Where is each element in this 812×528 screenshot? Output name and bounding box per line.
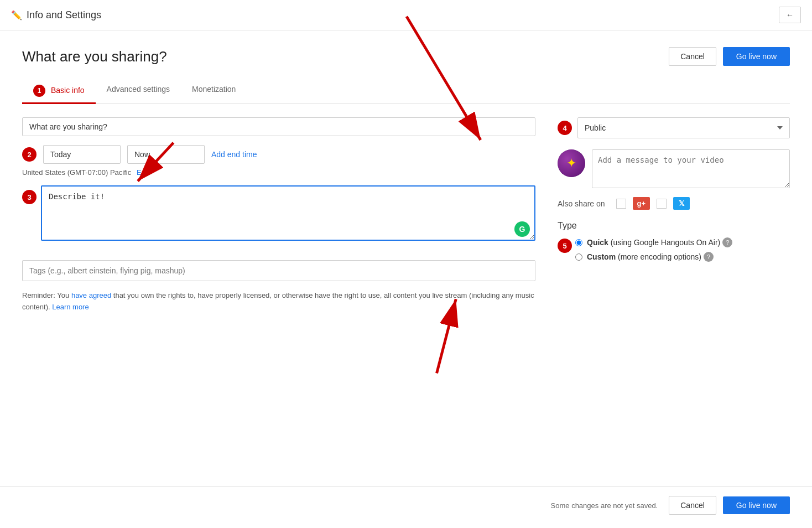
custom-type-row: Custom (more encoding options) ? bbox=[575, 252, 732, 262]
top-cancel-button[interactable]: Cancel bbox=[669, 47, 716, 66]
datetime-group: 2 Add end time United States (GMT-07:00)… bbox=[22, 145, 535, 177]
type-label: Type bbox=[558, 221, 790, 231]
date-input[interactable] bbox=[43, 145, 121, 164]
edit-timezone-link[interactable]: Edit bbox=[137, 168, 149, 177]
gplus-checkbox[interactable] bbox=[616, 199, 626, 209]
message-textarea[interactable] bbox=[592, 149, 790, 188]
tabs: 1 Basic info Advanced settings Monetizat… bbox=[22, 79, 790, 104]
quick-type-row: Quick (using Google Hangouts On Air) ? bbox=[575, 237, 732, 247]
title-group bbox=[22, 117, 535, 136]
right-column: 4 Public Unlisted Private ✦ bbox=[558, 117, 790, 313]
changes-text: Some changes are not yet saved. bbox=[551, 501, 658, 510]
quick-label: Quick (using Google Hangouts On Air) bbox=[587, 238, 720, 247]
learn-more-link[interactable]: Learn more bbox=[52, 303, 89, 311]
step-badge-3: 3 bbox=[22, 190, 37, 204]
top-go-live-button[interactable]: Go live now bbox=[723, 47, 790, 66]
header-left: ✏️ Info and Settings bbox=[11, 9, 101, 21]
visibility-select[interactable]: Public Unlisted Private bbox=[577, 117, 790, 138]
grammarly-icon: G bbox=[514, 221, 530, 237]
custom-label: Custom (more encoding options) bbox=[587, 252, 701, 261]
reminder-text: Reminder: You have agreed that you own t… bbox=[22, 290, 535, 313]
custom-help-icon[interactable]: ? bbox=[704, 252, 714, 262]
type-section: Type 5 Quick (using Google Hangouts On A… bbox=[558, 221, 790, 266]
custom-radio[interactable] bbox=[575, 253, 582, 261]
description-textarea[interactable]: Describe it! bbox=[41, 185, 535, 241]
bottom-cancel-button[interactable]: Cancel bbox=[669, 496, 716, 515]
title-input[interactable] bbox=[22, 117, 535, 136]
date-row: 2 Add end time bbox=[22, 145, 535, 164]
content-row: 2 Add end time United States (GMT-07:00)… bbox=[22, 117, 790, 313]
page-title: What are you sharing? bbox=[22, 48, 167, 65]
gplus-button[interactable]: g+ bbox=[633, 197, 650, 210]
left-column: 2 Add end time United States (GMT-07:00)… bbox=[22, 117, 535, 313]
also-share-label: Also share on bbox=[558, 199, 605, 208]
step-badge-5: 5 bbox=[558, 239, 572, 253]
twitter-checkbox[interactable] bbox=[657, 199, 667, 209]
type-options: Quick (using Google Hangouts On Air) ? C… bbox=[575, 237, 732, 266]
quick-help-icon[interactable]: ? bbox=[722, 237, 732, 247]
avatar: ✦ bbox=[558, 149, 585, 177]
tab-monetization[interactable]: Monetization bbox=[181, 79, 247, 104]
description-group: 3 Describe it! G bbox=[22, 185, 535, 251]
tab-advanced-settings-label: Advanced settings bbox=[107, 85, 170, 94]
back-button[interactable]: ← bbox=[779, 7, 801, 23]
tab-monetization-label: Monetization bbox=[192, 85, 236, 94]
tab-basic-info-label: Basic info bbox=[51, 86, 85, 95]
timezone-text: United States (GMT-07:00) Pacific bbox=[22, 168, 131, 177]
have-agreed-link[interactable]: have agreed bbox=[71, 291, 111, 299]
time-input[interactable] bbox=[127, 145, 205, 164]
tags-input[interactable] bbox=[22, 260, 535, 281]
twitter-button[interactable]: 𝕏 bbox=[673, 197, 690, 210]
add-end-time-link[interactable]: Add end time bbox=[211, 150, 257, 159]
step-badge-1: 1 bbox=[33, 85, 45, 97]
avatar-inner: ✦ bbox=[558, 149, 585, 177]
page-title-row: What are you sharing? Cancel Go live now bbox=[22, 47, 790, 66]
title-actions: Cancel Go live now bbox=[669, 47, 790, 66]
bottom-go-live-button[interactable]: Go live now bbox=[723, 496, 790, 514]
main-content: What are you sharing? Cancel Go live now… bbox=[0, 30, 812, 486]
tab-advanced-settings[interactable]: Advanced settings bbox=[96, 79, 181, 104]
header: ✏️ Info and Settings ← bbox=[0, 0, 812, 30]
timezone-row: United States (GMT-07:00) Pacific Edit bbox=[22, 168, 535, 177]
bottom-bar: Some changes are not yet saved. Cancel G… bbox=[0, 486, 812, 524]
tags-group bbox=[22, 260, 535, 281]
step-badge-2: 2 bbox=[22, 147, 37, 162]
also-share-row: Also share on g+ 𝕏 bbox=[558, 197, 790, 210]
header-title: Info and Settings bbox=[27, 9, 101, 21]
step-badge-4: 4 bbox=[558, 121, 572, 135]
tab-basic-info[interactable]: 1 Basic info bbox=[22, 79, 96, 104]
quick-radio[interactable] bbox=[575, 239, 582, 246]
type-row-container: 5 Quick (using Google Hangouts On Air) ? bbox=[558, 237, 790, 266]
visibility-row: 4 Public Unlisted Private bbox=[558, 117, 790, 138]
message-row: ✦ bbox=[558, 149, 790, 188]
pencil-icon: ✏️ bbox=[11, 10, 22, 20]
description-wrapper: Describe it! G bbox=[41, 185, 535, 242]
